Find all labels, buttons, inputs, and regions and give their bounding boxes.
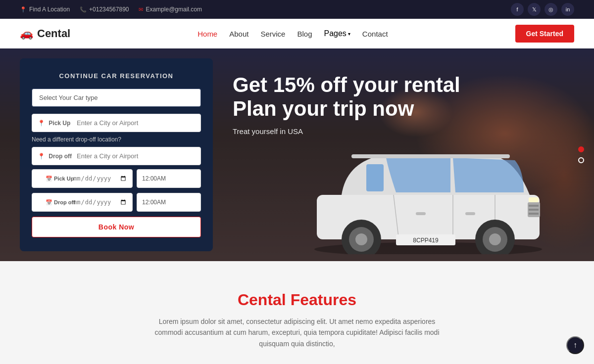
dropoff-location-group: 📍 Drop off: [32, 147, 201, 165]
dropoff-date-wrap: 📅Drop off: [32, 193, 133, 212]
features-title-plain: Cental: [238, 291, 286, 309]
hero-text: Get 15% off your rental Plan your trip n…: [233, 58, 574, 136]
top-bar: 📍 Find A Location 📞 +01234567890 ✉ Examp…: [0, 0, 594, 19]
hero-subtext: Treat yourself in USA: [233, 127, 574, 136]
hero-content: CONTINUE CAR RESERVATION Select Your Car…: [0, 48, 594, 261]
pickup-location-group: 📍 Pick Up: [32, 114, 201, 132]
phone-icon: 📞: [80, 6, 87, 13]
slide-indicators: [578, 146, 584, 163]
hero-headline-line2: Plan your trip now: [233, 97, 414, 120]
hero-headline: Get 15% off your rental Plan your trip n…: [233, 73, 574, 121]
email-icon: ✉: [139, 6, 143, 13]
hero-headline-line1: Get 15% off your rental: [233, 73, 460, 96]
pickup-time-select[interactable]: 12:00AM 1:00AM6:00AM12:00PM: [137, 169, 201, 188]
pickup-date-wrap: 📅Pick Up: [32, 169, 133, 188]
dropoff-time-select[interactable]: 12:00AM 1:00AM6:00AM12:00PM: [137, 193, 201, 212]
logo-text: Cental: [37, 27, 70, 40]
reservation-form: CONTINUE CAR RESERVATION Select Your Car…: [20, 58, 213, 251]
email-text: Example@gmail.com: [146, 6, 202, 13]
hero-section: 8CPP419 CONTINUE CAR RESERVATION Select …: [0, 48, 594, 261]
main-nav: Home About Service Blog Pages ▾ Contact: [198, 29, 388, 38]
pickup-label: 📍 Pick Up: [38, 120, 70, 127]
nav-pages[interactable]: Pages ▾: [324, 29, 350, 38]
location-text: Find A Location: [29, 6, 70, 13]
nav-home[interactable]: Home: [198, 30, 217, 38]
nav-service[interactable]: Service: [260, 30, 285, 38]
dropoff-datetime-row: 📅Drop off 12:00AM 1:00AM6:00AM12:00PM: [32, 193, 201, 212]
nav-blog[interactable]: Blog: [297, 30, 312, 38]
scroll-to-top-button[interactable]: ↑: [566, 336, 584, 354]
header: 🚗 Cental Home About Service Blog Pages ▾…: [0, 19, 594, 48]
book-now-button[interactable]: Book Now: [32, 217, 201, 237]
nav-about[interactable]: About: [229, 30, 248, 38]
slide-dot-1[interactable]: [578, 146, 584, 152]
dropoff-label: 📍 Drop off: [38, 153, 72, 160]
form-title: CONTINUE CAR RESERVATION: [32, 72, 201, 80]
top-bar-left: 📍 Find A Location 📞 +01234567890 ✉ Examp…: [20, 6, 202, 13]
features-description: Lorem ipsum dolor sit amet, consectetur …: [148, 316, 446, 349]
facebook-button[interactable]: f: [511, 3, 524, 16]
social-links: f 𝕏 ◎ in: [511, 3, 574, 16]
logo-car-icon: 🚗: [20, 27, 33, 40]
location-info: 📍 Find A Location: [20, 6, 70, 13]
features-title: Cental Features: [20, 291, 574, 309]
diff-dropoff-label: Need a different drop-off location?: [32, 136, 201, 143]
slide-dot-2[interactable]: [578, 157, 584, 163]
linkedin-button[interactable]: in: [561, 3, 574, 16]
features-section: Cental Features Lorem ipsum dolor sit am…: [0, 261, 594, 364]
car-type-select[interactable]: Select Your Car type SUV Sedan Truck: [32, 89, 201, 107]
dropoff-date-label: 📅Drop off: [46, 199, 75, 206]
twitter-button[interactable]: 𝕏: [528, 3, 541, 16]
get-started-button[interactable]: Get Started: [515, 25, 574, 43]
email-info: ✉ Example@gmail.com: [139, 6, 202, 13]
phone-info: 📞 +01234567890: [80, 6, 129, 13]
features-title-highlight: Features: [291, 291, 356, 309]
nav-contact[interactable]: Contact: [362, 30, 388, 38]
pickup-date-label: 📅Pick Up: [46, 176, 74, 182]
phone-text: +01234567890: [89, 6, 129, 13]
chevron-down-icon: ▾: [348, 31, 350, 37]
logo[interactable]: 🚗 Cental: [20, 27, 70, 40]
instagram-button[interactable]: ◎: [544, 3, 557, 16]
pickup-datetime-row: 📅Pick Up 12:00AM 1:00AM6:00AM12:00PM: [32, 169, 201, 188]
location-icon: 📍: [20, 6, 27, 13]
